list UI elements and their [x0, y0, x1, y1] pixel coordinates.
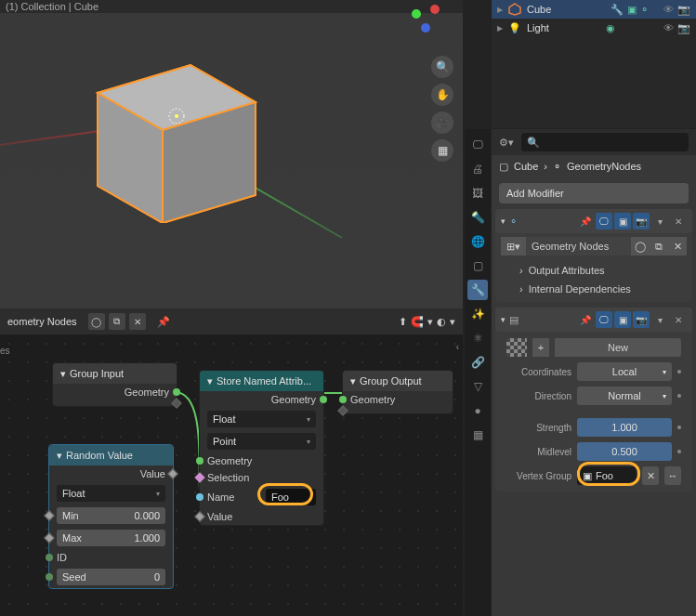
eye-icon[interactable]: 👁	[663, 22, 674, 34]
tab-world[interactable]: 🌐	[467, 231, 488, 252]
eye-icon[interactable]: 👁	[663, 4, 674, 16]
pin-icon[interactable]: 📌	[577, 213, 594, 229]
unlink-icon[interactable]: ✕	[129, 313, 146, 330]
perspective-icon[interactable]: ▦	[431, 139, 453, 162]
realtime-icon[interactable]: 🖵	[596, 311, 612, 328]
collapse-icon[interactable]: ▾	[60, 368, 66, 380]
texture-preview[interactable]	[506, 338, 527, 357]
breadcrumb-object[interactable]: Cube	[514, 161, 538, 172]
browse-icon[interactable]: ⊞▾	[501, 237, 526, 256]
tab-output[interactable]: 🖨	[467, 159, 488, 179]
invert-icon[interactable]: ↔	[664, 466, 681, 485]
expand-icon[interactable]: ▶	[497, 24, 503, 33]
edit-icon[interactable]: ▣	[614, 311, 631, 328]
duplicate-icon[interactable]: ⧉	[109, 313, 125, 330]
search-input[interactable]: 🔍	[521, 133, 689, 151]
cube-mesh[interactable]	[79, 28, 274, 223]
outliner[interactable]: ▶ Cube 🔧 ▣ ⚬ 👁 📷 ▶ 💡 Light ◉ 👁 📷	[492, 0, 696, 128]
seed-field[interactable]: Seed0	[49, 566, 173, 588]
nav-gizmo[interactable]	[407, 0, 444, 37]
edit-icon[interactable]: ▣	[614, 213, 631, 229]
max-field[interactable]: Max1.000	[49, 527, 173, 549]
tab-view[interactable]: 🖼	[467, 183, 488, 203]
pin-icon[interactable]: 📌	[157, 316, 170, 328]
overlay-icon[interactable]: ◐	[437, 316, 446, 328]
node-group-input[interactable]: ▾Group Input Geometry	[52, 362, 177, 407]
anim-dot[interactable]	[677, 426, 681, 429]
tab-render[interactable]: 🖵	[467, 135, 488, 155]
chevron-left-icon[interactable]: ‹	[456, 342, 459, 352]
extras-icon[interactable]: ▾	[651, 213, 668, 229]
modifier-header[interactable]: ▾ ⚬ 📌 🖵 ▣ 📷 ▾ ✕	[495, 209, 692, 233]
shield-icon[interactable]: ◯	[631, 237, 650, 256]
name-field[interactable]: Name Foo	[200, 486, 323, 508]
node-header[interactable]: ▾Random Value	[49, 445, 173, 465]
modifier-icon[interactable]: 🔧	[611, 4, 624, 16]
overlay-type-icon[interactable]: ▾	[450, 316, 455, 328]
midlevel-field[interactable]: 0.500	[577, 442, 672, 461]
tab-scene[interactable]: 🔦	[467, 207, 488, 228]
node-random-value[interactable]: ▾Random Value Value Float▾ Min0.000 Max1…	[48, 444, 174, 589]
tab-constraints[interactable]: 🔗	[467, 352, 488, 373]
node-store-named-attribute[interactable]: ▾Store Named Attrib... Geometry Float▾ P…	[199, 370, 324, 526]
node-header[interactable]: ▾Store Named Attrib...	[200, 371, 323, 391]
collapse-icon[interactable]: ▾	[57, 450, 62, 462]
strength-field[interactable]: 1.000	[577, 418, 672, 437]
tab-physics[interactable]: ⚛	[467, 328, 488, 348]
tab-particles[interactable]: ✨	[467, 304, 488, 324]
render-icon[interactable]: 📷	[633, 213, 650, 229]
move-icon[interactable]: ✋	[431, 84, 453, 106]
anim-dot[interactable]	[677, 450, 681, 453]
add-modifier-button[interactable]: Add Modifier	[499, 183, 689, 203]
zoom-icon[interactable]: 🔍	[431, 56, 453, 78]
node-header[interactable]: ▾Group Input	[53, 363, 177, 384]
close-icon[interactable]: ✕	[670, 311, 687, 328]
unlink-icon[interactable]: ✕	[668, 237, 687, 256]
node-group-output[interactable]: ▾Group Output Geometry	[342, 370, 453, 414]
direction-select[interactable]: Normal▾	[577, 387, 672, 405]
node-editor[interactable]: eometry Nodes ◯ ⧉ ✕ 📌 ⬆ 🧲 ▾ ◐ ▾ es ▾Grou…	[0, 308, 463, 616]
outliner-item-cube[interactable]: ▶ Cube 🔧 ▣ ⚬ 👁 📷	[492, 0, 696, 19]
tab-modifiers[interactable]: 🔧	[467, 280, 488, 300]
new-texture-button[interactable]: New	[555, 338, 681, 357]
expand-icon[interactable]: ▶	[497, 6, 503, 14]
nodegroup-name[interactable]: Geometry Nodes	[526, 237, 631, 256]
collapse-icon[interactable]: ▾	[350, 375, 356, 387]
vgroup-field[interactable]: ▣ Foo	[577, 466, 637, 485]
tab-material[interactable]: ●	[467, 400, 488, 421]
duplicate-icon[interactable]: ⧉	[650, 237, 668, 256]
nodes-icon[interactable]: ⚬	[640, 4, 649, 16]
vgroup-icon[interactable]: ▣	[627, 4, 637, 16]
collapse-icon[interactable]: ▾	[207, 375, 213, 387]
camera-icon[interactable]: 🎥	[431, 111, 453, 134]
clear-icon[interactable]: ✕	[642, 466, 659, 485]
node-header[interactable]: ▾Group Output	[343, 371, 453, 391]
breadcrumb-modifier[interactable]: GeometryNodes	[567, 161, 641, 172]
shield-icon[interactable]: ◯	[88, 313, 105, 330]
camera-toggle-icon[interactable]: 📷	[677, 22, 690, 34]
domain-select[interactable]: Point▾	[200, 430, 323, 452]
collapse-icon[interactable]: ▾	[501, 216, 506, 226]
anim-dot[interactable]	[677, 394, 681, 398]
type-select[interactable]: Float▾	[200, 408, 323, 430]
tab-data[interactable]: ▽	[467, 376, 488, 397]
viewport-3d[interactable]: (1) Collection | Cube 🔍 ✋ 🎥 ▦	[0, 0, 463, 308]
type-select[interactable]: Float▾	[49, 482, 173, 505]
pin-icon[interactable]: 📌	[577, 311, 594, 328]
outliner-item-light[interactable]: ▶ 💡 Light ◉ 👁 📷	[492, 19, 696, 37]
tab-texture[interactable]: ▦	[467, 425, 488, 445]
render-icon[interactable]: 📷	[633, 311, 650, 328]
extras-icon[interactable]: ▾	[651, 311, 668, 328]
snap-icon[interactable]: 🧲	[411, 316, 424, 328]
coordinates-select[interactable]: Local▾	[577, 362, 672, 381]
output-attributes[interactable]: ›Output Attributes	[501, 261, 687, 280]
data-icon[interactable]: ◉	[606, 22, 615, 34]
realtime-icon[interactable]: 🖵	[596, 213, 612, 229]
tab-object[interactable]: ▢	[467, 256, 488, 276]
close-icon[interactable]: ✕	[670, 213, 687, 229]
parent-icon[interactable]: ⬆	[399, 316, 407, 328]
min-field[interactable]: Min0.000	[49, 505, 173, 527]
collapse-icon[interactable]: ▾	[501, 315, 506, 324]
plus-icon[interactable]: +	[532, 338, 549, 357]
internal-dependencies[interactable]: ›Internal Dependencies	[501, 280, 687, 298]
